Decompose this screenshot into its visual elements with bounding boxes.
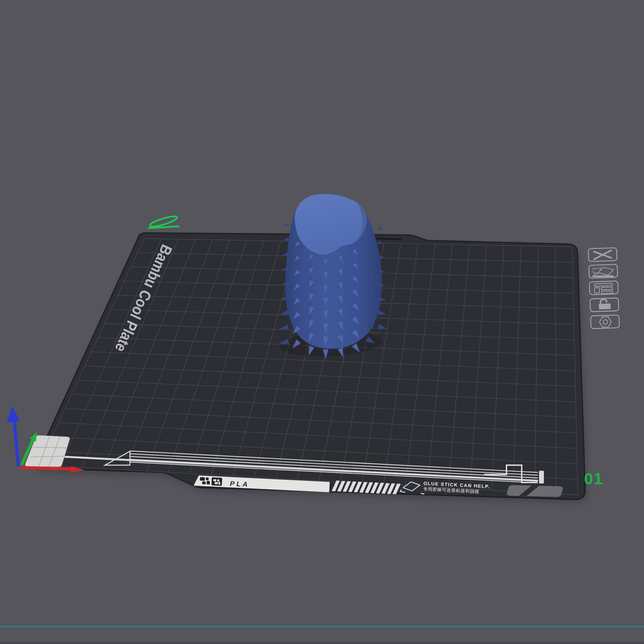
viewport-3d[interactable]: Bambu Cool Plate PLA xyxy=(0,0,644,644)
svg-text:AUTO: AUTO xyxy=(592,267,602,270)
fiducial-marker-2 xyxy=(211,477,222,486)
bottom-strip xyxy=(0,642,644,644)
plate-handle-slots xyxy=(507,485,563,497)
plate-number: 01 xyxy=(584,469,603,488)
filament-label: PLA xyxy=(230,480,250,488)
bottom-divider-line xyxy=(0,626,644,627)
